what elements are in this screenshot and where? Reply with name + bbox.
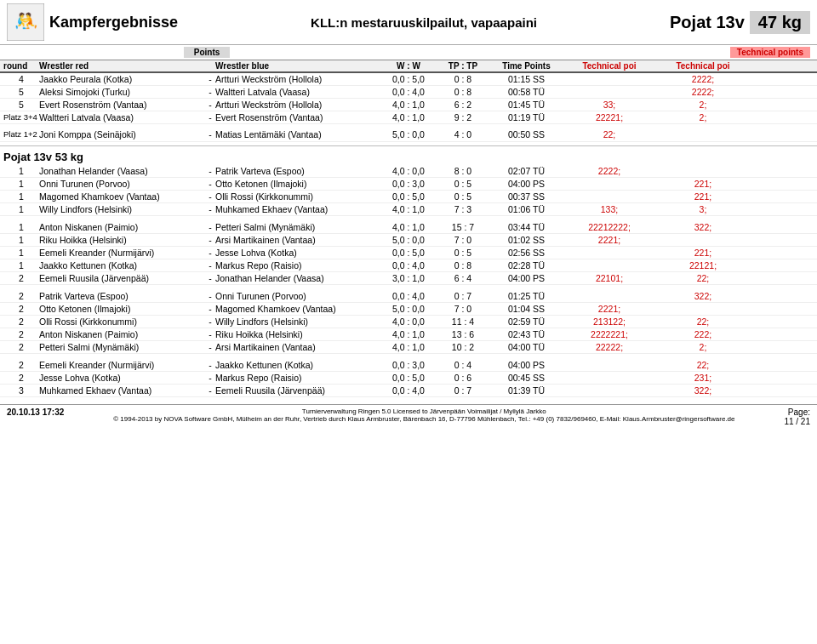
- table-row: 4 Jaakko Peurala (Kotka) - Artturi Wecks…: [0, 73, 817, 86]
- table-row: Platz 3+4 Waltteri Latvala (Vaasa) - Eve…: [0, 111, 817, 124]
- tech-points-badge: Technical points: [730, 47, 810, 58]
- col-tp: TP : TP: [436, 61, 490, 71]
- brand-title: Kampfergebnisse: [49, 14, 178, 31]
- header: 🤼 Kampfergebnisse KLL:n mestaruuskilpail…: [0, 0, 817, 45]
- footer-license: Turnierverwaltung Ringen 5.0 Licensed to…: [64, 407, 784, 423]
- table-row: 1 Onni Turunen (Porvoo) - Otto Ketonen (…: [0, 178, 817, 191]
- sub-header: Points Technical points: [0, 45, 817, 60]
- table-row: 2 Patrik Varteva (Espoo) - Onni Turunen …: [0, 290, 817, 303]
- table-row: 5 Evert Rosenström (Vantaa) - Artturi We…: [0, 99, 817, 111]
- platz-row: Platz 1+2 Joni Komppa (Seinäjoki) - Mati…: [0, 128, 817, 142]
- event-title: KLL:n mestaruuskilpailut, vapaapaini: [185, 15, 663, 30]
- table-row: 2 Petteri Salmi (Mynämäki) - Arsi Martik…: [0, 341, 817, 354]
- table-row: 5 Aleksi Simojoki (Turku) - Waltteri Lat…: [0, 86, 817, 99]
- col-w: W : W: [381, 61, 436, 71]
- table-row: 1 Eemeli Kreander (Nurmijärvi) - Jesse L…: [0, 247, 817, 259]
- table-row: 2 Jesse Lohva (Kotka) - Markus Repo (Rai…: [0, 372, 817, 385]
- category-label: Pojat 13v: [670, 13, 745, 32]
- svg-text:🤼: 🤼: [14, 9, 38, 32]
- footer-page: Page: 11 / 21: [784, 407, 810, 426]
- col-blue: Wrestler blue: [215, 61, 381, 71]
- page-wrapper: 🤼 Kampfergebnisse KLL:n mestaruuskilpail…: [0, 0, 817, 430]
- col-red: Wrestler red: [39, 61, 205, 71]
- col-tech1: Technical poi: [563, 61, 656, 71]
- table-row: 1 Riku Hoikka (Helsinki) - Arsi Martikai…: [0, 234, 817, 247]
- table-row: 2 Anton Niskanen (Paimio) - Riku Hoikka …: [0, 328, 817, 341]
- footer-datetime: 20.10.13 17:32: [7, 407, 64, 417]
- table-row: 1 Jonathan Helander (Vaasa) - Patrik Var…: [0, 165, 817, 178]
- section-header-53kg: Pojat 13v 53 kg: [0, 145, 817, 165]
- matches-section-1: 4 Jaakko Peurala (Kotka) - Artturi Wecks…: [0, 73, 817, 124]
- table-row: 2 Olli Rossi (Kirkkonummi) - Willy Lindf…: [0, 316, 817, 328]
- col-dash: [205, 61, 215, 71]
- wrestling-logo-icon: 🤼: [7, 3, 44, 41]
- col-round: round: [3, 61, 39, 71]
- table-row: 1 Magomed Khamkoev (Vantaa) - Olli Rossi…: [0, 191, 817, 203]
- weight-label: 47 kg: [750, 11, 810, 34]
- table-row: 2 Otto Ketonen (Ilmajoki) - Magomed Kham…: [0, 303, 817, 316]
- footer: 20.10.13 17:32 Turnierverwaltung Ringen …: [0, 404, 817, 430]
- table-row: 1 Willy Lindfors (Helsinki) - Muhkamed E…: [0, 203, 817, 216]
- table-row: 2 Eemeli Kreander (Nurmijärvi) - Jaakko …: [0, 359, 817, 372]
- col-tech2: Technical poi: [656, 61, 750, 71]
- points-badge: Points: [184, 47, 231, 58]
- matches-section-2: 1 Jonathan Helander (Vaasa) - Patrik Var…: [0, 165, 817, 397]
- col-time: Time Points: [490, 61, 563, 71]
- logo-area: 🤼 Kampfergebnisse: [7, 3, 178, 41]
- table-row: 2 Eemeli Ruusila (Järvenpää) - Jonathan …: [0, 272, 817, 285]
- table-row: 1 Jaakko Kettunen (Kotka) - Markus Repo …: [0, 259, 817, 272]
- table-row: 1 Anton Niskanen (Paimio) - Petteri Salm…: [0, 221, 817, 234]
- table-row: 3 Muhkamed Ekhaev (Vantaa) - Eemeli Ruus…: [0, 385, 817, 397]
- col-header-row: round Wrestler red Wrestler blue W : W T…: [0, 60, 817, 73]
- category-weight: Pojat 13v 47 kg: [670, 11, 810, 34]
